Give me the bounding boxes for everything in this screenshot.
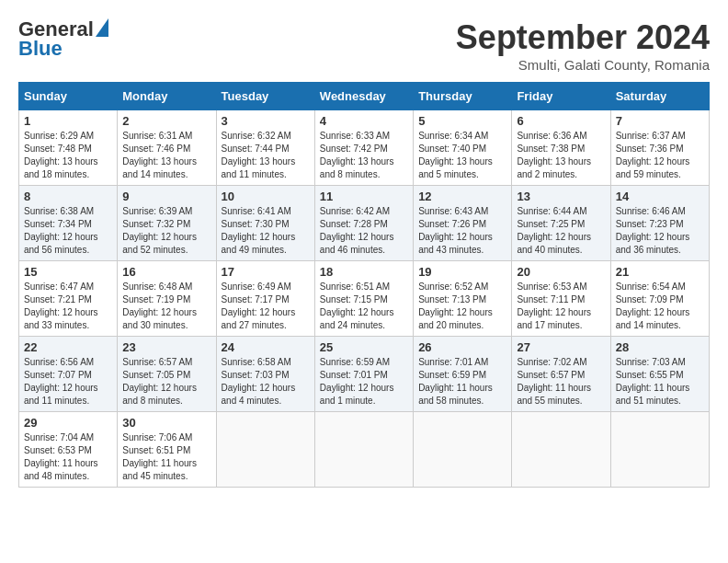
logo-text-blue: Blue xyxy=(18,37,63,61)
day-number: 7 xyxy=(616,114,704,128)
day-number: 4 xyxy=(320,114,408,128)
calendar-cell: 29 Sunrise: 7:04 AMSunset: 6:53 PMDaylig… xyxy=(19,412,118,488)
calendar-cell: 2 Sunrise: 6:31 AMSunset: 7:46 PMDayligh… xyxy=(118,110,216,186)
day-info: Sunrise: 6:36 AMSunset: 7:38 PMDaylight:… xyxy=(517,130,605,181)
day-number: 24 xyxy=(222,340,310,354)
calendar-cell: 25 Sunrise: 6:59 AMSunset: 7:01 PMDaylig… xyxy=(314,337,413,412)
day-number: 27 xyxy=(517,340,605,354)
calendar-week-row: 29 Sunrise: 7:04 AMSunset: 6:53 PMDaylig… xyxy=(19,412,710,488)
day-info: Sunrise: 6:47 AMSunset: 7:21 PMDaylight:… xyxy=(24,281,112,332)
title-area: September 2024 Smulti, Galati County, Ro… xyxy=(456,18,710,73)
weekday-header-tuesday: Tuesday xyxy=(216,83,314,110)
calendar-cell: 7 Sunrise: 6:37 AMSunset: 7:36 PMDayligh… xyxy=(610,110,709,186)
day-number: 25 xyxy=(320,340,408,354)
calendar-cell: 17 Sunrise: 6:49 AMSunset: 7:17 PMDaylig… xyxy=(216,261,314,337)
page-header: General Blue September 2024 Smulti, Gala… xyxy=(18,18,710,73)
day-number: 11 xyxy=(320,190,408,203)
calendar-cell: 23 Sunrise: 6:57 AMSunset: 7:05 PMDaylig… xyxy=(118,337,216,412)
day-number: 1 xyxy=(24,114,112,128)
calendar-cell: 14 Sunrise: 6:46 AMSunset: 7:23 PMDaylig… xyxy=(610,186,709,261)
day-info: Sunrise: 7:06 AMSunset: 6:51 PMDaylight:… xyxy=(122,431,210,483)
day-info: Sunrise: 6:34 AMSunset: 7:40 PMDaylight:… xyxy=(418,130,506,181)
day-number: 13 xyxy=(517,190,605,203)
day-number: 17 xyxy=(222,265,310,279)
day-info: Sunrise: 6:48 AMSunset: 7:19 PMDaylight:… xyxy=(122,281,210,332)
day-info: Sunrise: 6:54 AMSunset: 7:09 PMDaylight:… xyxy=(616,281,704,332)
day-info: Sunrise: 6:51 AMSunset: 7:15 PMDaylight:… xyxy=(320,281,408,332)
calendar-cell: 15 Sunrise: 6:47 AMSunset: 7:21 PMDaylig… xyxy=(19,261,118,337)
day-number: 6 xyxy=(517,114,605,128)
calendar-cell: 6 Sunrise: 6:36 AMSunset: 7:38 PMDayligh… xyxy=(512,110,610,186)
day-info: Sunrise: 6:31 AMSunset: 7:46 PMDaylight:… xyxy=(122,130,210,181)
weekday-header-monday: Monday xyxy=(118,83,216,110)
day-number: 9 xyxy=(122,190,210,203)
calendar-cell xyxy=(414,412,512,488)
month-title: September 2024 xyxy=(456,18,710,57)
location-subtitle: Smulti, Galati County, Romania xyxy=(456,57,710,73)
calendar-week-row: 22 Sunrise: 6:56 AMSunset: 7:07 PMDaylig… xyxy=(19,337,710,412)
day-number: 3 xyxy=(222,114,310,128)
day-info: Sunrise: 6:32 AMSunset: 7:44 PMDaylight:… xyxy=(222,130,310,181)
calendar-cell: 9 Sunrise: 6:39 AMSunset: 7:32 PMDayligh… xyxy=(118,186,216,261)
weekday-header-row: SundayMondayTuesdayWednesdayThursdayFrid… xyxy=(19,83,710,110)
day-number: 18 xyxy=(320,265,408,279)
calendar-cell: 28 Sunrise: 7:03 AMSunset: 6:55 PMDaylig… xyxy=(610,337,709,412)
day-number: 12 xyxy=(418,190,506,203)
weekday-header-saturday: Saturday xyxy=(610,83,709,110)
day-info: Sunrise: 6:58 AMSunset: 7:03 PMDaylight:… xyxy=(222,356,310,408)
day-number: 28 xyxy=(616,340,704,354)
weekday-header-sunday: Sunday xyxy=(19,83,118,110)
day-number: 2 xyxy=(122,114,210,128)
calendar-cell: 8 Sunrise: 6:38 AMSunset: 7:34 PMDayligh… xyxy=(19,186,118,261)
calendar-cell: 11 Sunrise: 6:42 AMSunset: 7:28 PMDaylig… xyxy=(314,186,413,261)
day-info: Sunrise: 6:41 AMSunset: 7:30 PMDaylight:… xyxy=(222,205,310,257)
calendar-cell: 19 Sunrise: 6:52 AMSunset: 7:13 PMDaylig… xyxy=(414,261,512,337)
day-number: 8 xyxy=(24,190,112,203)
day-info: Sunrise: 6:53 AMSunset: 7:11 PMDaylight:… xyxy=(517,281,605,332)
day-info: Sunrise: 6:52 AMSunset: 7:13 PMDaylight:… xyxy=(418,281,506,332)
day-info: Sunrise: 6:46 AMSunset: 7:23 PMDaylight:… xyxy=(616,205,704,257)
calendar-table: SundayMondayTuesdayWednesdayThursdayFrid… xyxy=(18,82,710,488)
calendar-cell: 18 Sunrise: 6:51 AMSunset: 7:15 PMDaylig… xyxy=(314,261,413,337)
calendar-cell: 30 Sunrise: 7:06 AMSunset: 6:51 PMDaylig… xyxy=(118,412,216,488)
calendar-cell: 13 Sunrise: 6:44 AMSunset: 7:25 PMDaylig… xyxy=(512,186,610,261)
logo: General Blue xyxy=(18,18,108,61)
day-number: 14 xyxy=(616,190,704,203)
day-info: Sunrise: 6:57 AMSunset: 7:05 PMDaylight:… xyxy=(122,356,210,408)
day-number: 22 xyxy=(24,340,112,354)
calendar-cell: 21 Sunrise: 6:54 AMSunset: 7:09 PMDaylig… xyxy=(610,261,709,337)
day-info: Sunrise: 7:04 AMSunset: 6:53 PMDaylight:… xyxy=(24,431,112,483)
calendar-cell: 5 Sunrise: 6:34 AMSunset: 7:40 PMDayligh… xyxy=(414,110,512,186)
day-info: Sunrise: 7:01 AMSunset: 6:59 PMDaylight:… xyxy=(418,356,506,408)
calendar-cell: 22 Sunrise: 6:56 AMSunset: 7:07 PMDaylig… xyxy=(19,337,118,412)
day-number: 16 xyxy=(122,265,210,279)
logo-triangle-icon xyxy=(96,18,108,37)
day-number: 23 xyxy=(122,340,210,354)
day-info: Sunrise: 6:37 AMSunset: 7:36 PMDaylight:… xyxy=(616,130,704,181)
calendar-cell xyxy=(216,412,314,488)
day-number: 29 xyxy=(24,416,112,430)
day-info: Sunrise: 7:03 AMSunset: 6:55 PMDaylight:… xyxy=(616,356,704,408)
day-number: 15 xyxy=(24,265,112,279)
day-info: Sunrise: 6:29 AMSunset: 7:48 PMDaylight:… xyxy=(24,130,112,181)
calendar-cell: 24 Sunrise: 6:58 AMSunset: 7:03 PMDaylig… xyxy=(216,337,314,412)
calendar-cell: 16 Sunrise: 6:48 AMSunset: 7:19 PMDaylig… xyxy=(118,261,216,337)
calendar-cell: 27 Sunrise: 7:02 AMSunset: 6:57 PMDaylig… xyxy=(512,337,610,412)
calendar-week-row: 15 Sunrise: 6:47 AMSunset: 7:21 PMDaylig… xyxy=(19,261,710,337)
calendar-cell xyxy=(610,412,709,488)
calendar-cell xyxy=(512,412,610,488)
day-info: Sunrise: 6:43 AMSunset: 7:26 PMDaylight:… xyxy=(418,205,506,257)
day-info: Sunrise: 6:38 AMSunset: 7:34 PMDaylight:… xyxy=(24,205,112,257)
calendar-cell: 20 Sunrise: 6:53 AMSunset: 7:11 PMDaylig… xyxy=(512,261,610,337)
day-number: 21 xyxy=(616,265,704,279)
day-number: 5 xyxy=(418,114,506,128)
day-info: Sunrise: 6:49 AMSunset: 7:17 PMDaylight:… xyxy=(222,281,310,332)
weekday-header-wednesday: Wednesday xyxy=(314,83,413,110)
day-number: 19 xyxy=(418,265,506,279)
day-info: Sunrise: 6:39 AMSunset: 7:32 PMDaylight:… xyxy=(122,205,210,257)
day-info: Sunrise: 6:42 AMSunset: 7:28 PMDaylight:… xyxy=(320,205,408,257)
day-info: Sunrise: 6:59 AMSunset: 7:01 PMDaylight:… xyxy=(320,356,408,408)
day-number: 20 xyxy=(517,265,605,279)
weekday-header-thursday: Thursday xyxy=(414,83,512,110)
day-info: Sunrise: 6:56 AMSunset: 7:07 PMDaylight:… xyxy=(24,356,112,408)
